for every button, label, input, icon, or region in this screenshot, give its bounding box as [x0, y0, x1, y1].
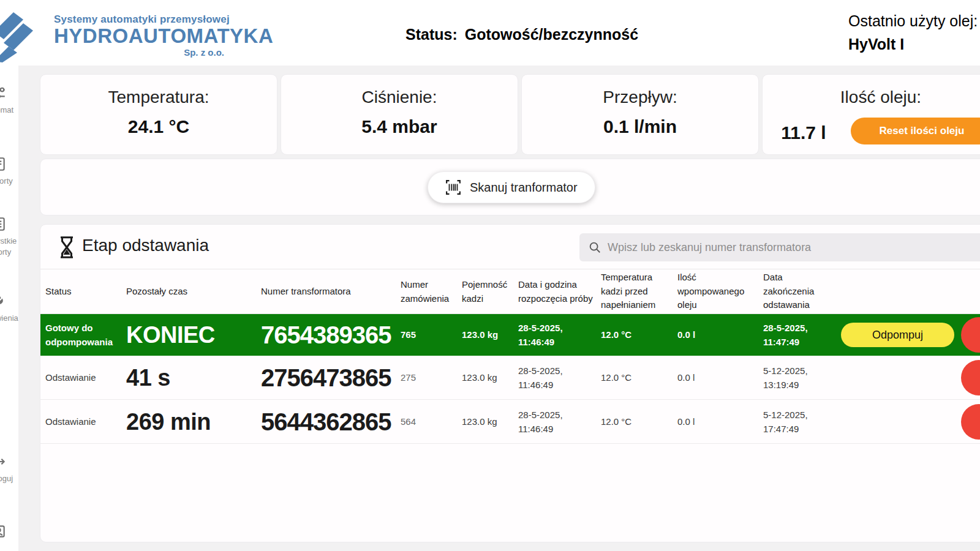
row-tank-temperature: 12.0 °C: [601, 370, 671, 384]
logo-icon: [0, 11, 49, 62]
row-remaining-time: KONIEC: [126, 317, 258, 353]
metric-value: 24.1 °C: [40, 116, 277, 137]
row-pumped-oil: 0.0 l: [677, 328, 757, 342]
column-header: Pojemność kadzi: [462, 278, 514, 305]
pump-out-button[interactable]: Odpompuj: [841, 323, 954, 347]
metric-label: Ciśnienie:: [281, 88, 518, 107]
service-icon: [0, 523, 7, 539]
table-title: Etap odstawania: [82, 236, 209, 255]
metric-card-oil-amount: Ilość oleju: 11.7 l Reset ilości oleju: [762, 74, 980, 155]
row-tank-temperature: 12.0 °C: [601, 328, 671, 342]
delete-row-button[interactable]: [961, 404, 980, 440]
sidebar-item-label: Automat: [0, 105, 13, 116]
wrench-icon: [0, 293, 7, 309]
report-icon: [0, 156, 7, 172]
row-start-datetime: 28-5-2025, 11:46:49: [518, 407, 597, 436]
metric-value: 0.1 l/min: [522, 116, 758, 137]
logout-icon: [0, 454, 7, 470]
metric-card-temperature: Temperatura: 24.1 °C: [40, 74, 277, 155]
row-remaining-time: 41 s: [126, 359, 258, 395]
logo-brand: HYDROAUTOMATYKA: [54, 26, 232, 47]
row-end-datetime: 5-12-2025, 17:47:49: [763, 407, 835, 436]
metric-label: Temperatura:: [40, 88, 277, 107]
row-status: Gotowy do odpompowania: [45, 321, 124, 350]
reset-oil-button[interactable]: Reset ilości oleju: [851, 118, 980, 144]
sidebar-item-service[interactable]: [0, 523, 18, 539]
scan-transformer-button[interactable]: Skanuj tranformator: [428, 171, 595, 203]
column-header: Status: [45, 285, 124, 299]
barcode-scan-icon: [445, 179, 461, 195]
row-remaining-time: 269 min: [126, 403, 258, 440]
delete-row-button[interactable]: [961, 317, 980, 353]
status-label: Status:: [405, 26, 458, 43]
metric-label: Przepływ:: [522, 88, 758, 107]
last-used-label: Ostatnio użyty olej:: [848, 12, 978, 30]
sidebar-item-label: Raporty: [0, 176, 13, 187]
last-used-value: HyVolt I: [848, 36, 978, 53]
row-order-number: 275: [401, 370, 457, 384]
sidebar-item-wyloguj[interactable]: Wyloguj: [0, 454, 18, 484]
metric-card-pressure: Ciśnienie: 5.4 mbar: [281, 74, 518, 155]
row-end-datetime: 5-12-2025, 13:19:49: [763, 363, 835, 392]
search-box: [579, 233, 980, 261]
company-logo: Systemy automatyki przemysłowej HYDROAUT…: [0, 7, 238, 64]
search-input[interactable]: [608, 233, 980, 261]
reports-icon: [0, 216, 7, 232]
column-header: Ilość wpompowanego oleju: [677, 271, 757, 312]
search-icon: [588, 241, 601, 254]
row-order-number: 765: [401, 328, 457, 342]
scan-panel: Skanuj tranformator: [40, 159, 980, 216]
column-header: Temperatura kadzi przed napełnianiem: [601, 271, 671, 312]
sidebar: Automat Raporty Wszystkie raporty Ustawi…: [0, 66, 18, 551]
hourglass-icon: [58, 236, 76, 259]
row-pumped-oil: 0.0 l: [677, 370, 757, 384]
sidebar-item-ustawienia[interactable]: Ustawienia: [0, 293, 18, 324]
column-header: Pozostały czas: [126, 285, 258, 299]
sidebar-item-raporty[interactable]: Raporty: [0, 156, 18, 187]
metric-value: 11.7 l: [770, 122, 837, 143]
table-header-row: Status Pozostały czas Numer transformato…: [40, 269, 980, 314]
status-value: Gotowość/bezczynność: [465, 26, 638, 43]
delete-row-button[interactable]: [961, 360, 980, 395]
row-tank-capacity: 123.0 kg: [462, 328, 514, 342]
row-transformer-number: 2756473865: [261, 359, 399, 397]
row-start-datetime: 28-5-2025, 11:46:49: [518, 363, 597, 392]
row-transformer-number: 5644362865: [261, 403, 399, 441]
table-row: Odstawianie 269 min 5644362865 564 123.0…: [40, 400, 980, 444]
column-header: Data i godzina rozpoczęcia próby: [518, 278, 597, 305]
table-row: Gotowy do odpompowania KONIEC 7654389365…: [40, 314, 980, 356]
sidebar-item-wszystkie-raporty[interactable]: Wszystkie raporty: [0, 216, 18, 257]
machine-status: Status:Gotowość/bezczynność: [405, 26, 638, 43]
column-header: Numer transformatora: [261, 285, 399, 299]
logo-suffix: Sp. z o.o.: [54, 47, 224, 58]
metric-card-flow: Przepływ: 0.1 l/min: [521, 74, 759, 155]
row-tank-capacity: 123.0 kg: [462, 414, 514, 429]
table-row: Odstawianie 41 s 2756473865 275 123.0 kg…: [40, 356, 980, 400]
sidebar-item-label: Ustawienia: [0, 313, 18, 324]
row-pumped-oil: 0.0 l: [677, 414, 757, 429]
row-start-datetime: 28-5-2025, 11:46:49: [518, 321, 597, 350]
row-tank-capacity: 123.0 kg: [462, 370, 514, 384]
scan-button-label: Skanuj tranformator: [470, 181, 578, 195]
row-order-number: 564: [401, 414, 457, 429]
row-status: Odstawianie: [45, 414, 124, 429]
column-header: Data zakończenia odstawania: [763, 271, 835, 312]
top-header: Systemy automatyki przemysłowej HYDROAUT…: [0, 0, 980, 66]
last-used-oil: Ostatnio użyty olej: HyVolt I: [848, 12, 978, 53]
metric-label: Ilość oleju:: [763, 88, 980, 107]
row-transformer-number: 7654389365: [261, 316, 399, 354]
sidebar-item-automat[interactable]: Automat: [0, 85, 18, 116]
row-status: Odstawianie: [45, 370, 124, 384]
sidebar-item-label: Wszystkie raporty: [0, 236, 17, 257]
row-tank-temperature: 12.0 °C: [601, 414, 671, 429]
metric-value: 5.4 mbar: [281, 116, 518, 137]
row-end-datetime: 28-5-2025, 11:47:49: [763, 321, 835, 350]
sidebar-item-label: Wyloguj: [0, 473, 13, 484]
logo-tagline: Systemy automatyki przemysłowej: [54, 13, 232, 26]
settling-stage-panel: Etap odstawania Status Pozostały czas Nu…: [40, 224, 980, 542]
tune-icon: [0, 85, 7, 101]
column-header: Numer zamówienia: [401, 278, 457, 305]
